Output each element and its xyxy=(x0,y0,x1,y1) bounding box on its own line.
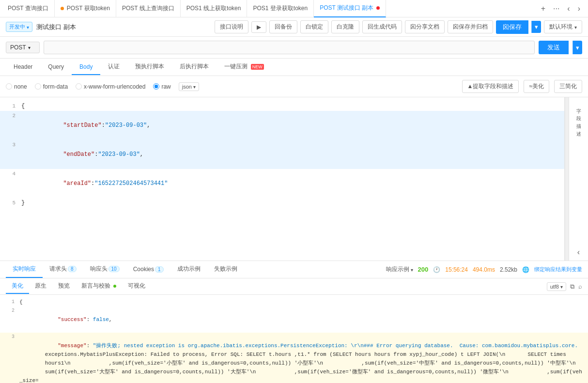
radio-circle-form-data xyxy=(35,83,41,90)
field-label-1[interactable]: 字 xyxy=(575,101,582,107)
beautify-btn[interactable]: ≈美化 xyxy=(524,80,549,93)
url-bar: POST 发送 ▾ xyxy=(0,37,588,59)
next-tab-button[interactable]: › xyxy=(576,3,582,14)
encoding-select[interactable]: utf8 xyxy=(547,282,566,291)
tab-online-token[interactable]: POS1 线上获取token xyxy=(181,0,248,17)
save-archive-button[interactable]: 囟保存并归档 xyxy=(448,20,493,33)
field-label-2: 段 xyxy=(575,109,582,115)
tab-label: POST 查询接口 xyxy=(8,4,48,13)
env-badge[interactable]: 开发中 xyxy=(6,22,32,32)
tab-online-query[interactable]: POST 线上查询接口 xyxy=(116,0,181,17)
save-button[interactable]: 囟保存 xyxy=(496,20,528,34)
play-button[interactable]: ▶ xyxy=(251,21,266,33)
simplify-btn[interactable]: 三简化 xyxy=(554,80,582,93)
method-label: POST xyxy=(10,44,26,51)
more-tabs-button[interactable]: ··· xyxy=(551,3,561,14)
radio-form-data-label: form-data xyxy=(43,83,68,90)
main-editor-area: 1 { 2 "startDate":"2023-09-03", 3 "endDa… xyxy=(0,97,588,260)
resp-tab-resp-header[interactable]: 响应头10 xyxy=(83,261,126,278)
tab-compress[interactable]: 一键压测 NEW xyxy=(217,59,271,76)
new-badge: NEW xyxy=(251,64,264,70)
resp-tab-cookies[interactable]: Cookies1 xyxy=(126,262,170,277)
tab-label: POST 线上查询接口 xyxy=(122,4,174,13)
radio-raw[interactable]: raw xyxy=(153,83,170,90)
tab-bar: POST 查询接口 POST 获取token POST 线上查询接口 POS1 … xyxy=(0,0,588,17)
add-tab-button[interactable]: + xyxy=(539,3,547,14)
send-dropdown-button[interactable]: ▾ xyxy=(573,41,582,54)
resp-line-2: 2 "success": false, xyxy=(0,306,588,333)
resp-body-diff[interactable]: 新言与校验 xyxy=(76,279,122,294)
env-select[interactable]: 默认环境 xyxy=(544,20,582,33)
desc-label-2: 述 xyxy=(575,124,582,130)
url-input[interactable] xyxy=(44,41,535,54)
tab-pre-script[interactable]: 预执行脚本 xyxy=(127,59,172,76)
right-panel: 字 段 描 述 ‹ xyxy=(569,97,588,260)
radio-urlencoded[interactable]: x-www-form-urlencoded xyxy=(76,83,145,90)
tab-token[interactable]: POST 获取token xyxy=(55,0,116,17)
resp-header-badge: 10 xyxy=(108,266,120,272)
resp-tab-fail[interactable]: 失败示例 xyxy=(207,261,244,278)
tab-query[interactable]: POST 查询接口 xyxy=(2,0,55,17)
tab-post-script[interactable]: 后执行脚本 xyxy=(172,59,217,76)
tab-body[interactable]: Body xyxy=(72,60,100,75)
body-options: none form-data x-www-form-urlencoded raw… xyxy=(0,76,588,97)
tab-auth[interactable]: 认证 xyxy=(100,59,127,76)
resp-tab-req-header[interactable]: 请求头8 xyxy=(43,261,83,278)
resp-tab-success[interactable]: 成功示例 xyxy=(170,261,207,278)
backup-button[interactable]: 回备份 xyxy=(269,20,297,33)
radio-raw-label: raw xyxy=(161,83,170,90)
gen-code-button[interactable]: 回生成代码 xyxy=(362,20,402,33)
radio-none-label: none xyxy=(14,83,27,90)
extract-btn[interactable]: ▲提取字段和描述 xyxy=(462,80,519,93)
save-dropdown-button[interactable]: ▾ xyxy=(531,21,541,33)
resp-example[interactable]: 响应示例 xyxy=(386,265,413,274)
json-chevron xyxy=(193,84,196,90)
sub-tabs: Header Query Body 认证 预执行脚本 后执行脚本 一键压测 NE… xyxy=(0,59,588,76)
radio-urlencoded-label: x-www-form-urlencoded xyxy=(84,83,145,90)
search-response-button[interactable]: ⌕ xyxy=(578,283,582,290)
tab-label: POST 测试接口 副本 xyxy=(320,4,373,12)
env-chevron xyxy=(27,24,29,30)
resp-body-beautify[interactable]: 美化 xyxy=(6,279,29,294)
code-editor[interactable]: 1 { 2 "startDate":"2023-09-03", 3 "endDa… xyxy=(0,97,565,260)
tab-label: POST 获取token xyxy=(67,4,110,13)
collapse-panel-icon[interactable]: ‹ xyxy=(577,248,580,257)
radio-circle-none xyxy=(6,83,12,90)
tab-dot-active xyxy=(376,6,380,10)
status-code: 200 xyxy=(418,266,429,273)
resp-header-label: 响应头 xyxy=(90,265,108,272)
resp-body-raw[interactable]: 原生 xyxy=(29,279,52,294)
encoding-label: utf8 xyxy=(550,284,559,290)
radio-none[interactable]: none xyxy=(6,83,27,90)
resp-tab-realtime[interactable]: 实时响应 xyxy=(6,261,43,278)
prev-tab-button[interactable]: ‹ xyxy=(565,3,572,14)
tab-dot xyxy=(61,7,64,10)
tab-test-copy[interactable]: POST 测试接口 副本 xyxy=(314,0,386,17)
tab-query[interactable]: Query xyxy=(40,60,72,75)
clone-button[interactable]: 白克隆 xyxy=(331,20,359,33)
lock-button[interactable]: 白锁定 xyxy=(300,20,328,33)
tab-header[interactable]: Header xyxy=(6,60,40,75)
diff-label: 新言与校验 xyxy=(81,282,110,289)
resp-line-1: 1 { xyxy=(0,298,588,306)
json-format-select[interactable]: json xyxy=(179,82,199,91)
send-button[interactable]: 发送 xyxy=(539,41,569,54)
toolbar-title: 测试接口 副本 xyxy=(36,23,211,31)
editor-scrollbar[interactable] xyxy=(565,97,569,260)
code-line-1: 1 { xyxy=(0,101,564,111)
radio-form-data[interactable]: form-data xyxy=(35,83,68,90)
resp-body-visual[interactable]: 可视化 xyxy=(122,279,151,294)
toolbar: 开发中 测试接口 副本 接口说明 ▶ 回备份 白锁定 白克隆 回生成代码 囟分享… xyxy=(0,17,588,37)
bind-result-label[interactable]: 绑定响应结果到变量 xyxy=(534,266,582,273)
tab-actions: + ··· ‹ › xyxy=(539,3,586,14)
copy-response-button[interactable]: ⧉ xyxy=(570,283,574,291)
code-line-3: 3 "endDate":"2023-09-03", xyxy=(0,140,564,169)
doc-button[interactable]: 接口说明 xyxy=(215,20,248,33)
response-content[interactable]: 1 { 2 "success": false, 3 "message": "操作… xyxy=(0,295,588,383)
tab-login-token[interactable]: POS1 登录获取token xyxy=(247,0,314,17)
resp-body-preview[interactable]: 预览 xyxy=(52,279,76,294)
response-time: 15:56:24 xyxy=(445,266,468,273)
method-select[interactable]: POST xyxy=(6,42,40,53)
encoding-chevron xyxy=(560,284,563,290)
share-button[interactable]: 囟分享文档 xyxy=(405,20,445,33)
